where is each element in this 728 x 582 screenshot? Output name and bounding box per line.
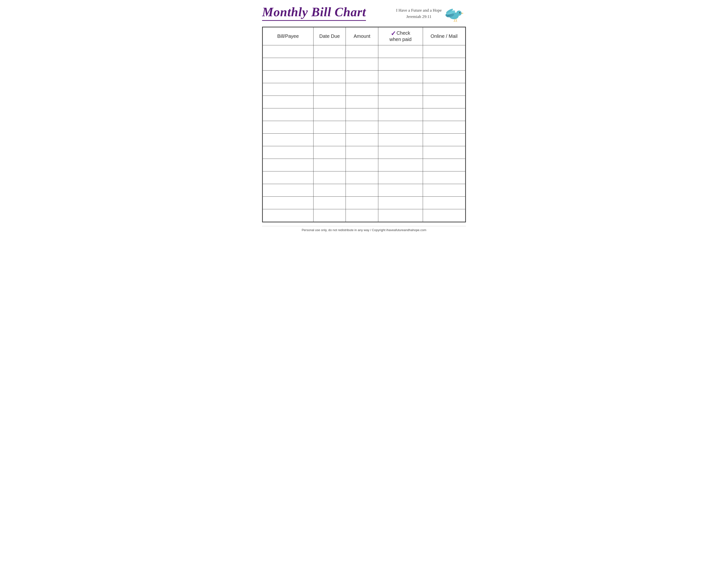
table-cell (346, 58, 378, 71)
table-cell (378, 171, 423, 184)
table-cell (313, 184, 346, 197)
table-cell (423, 96, 465, 108)
check-subtext: when paid (389, 37, 412, 42)
table-cell (378, 184, 423, 197)
table-cell (313, 159, 346, 171)
title-area: Monthly Bill Chart (262, 5, 366, 21)
table-cell (263, 58, 314, 71)
table-cell (313, 83, 346, 96)
table-cell (378, 83, 423, 96)
table-cell (378, 146, 423, 159)
table-cell (423, 197, 465, 209)
svg-line-11 (456, 19, 457, 21)
table-cell (313, 71, 346, 83)
table-cell (423, 108, 465, 121)
svg-point-3 (459, 12, 461, 13)
subtitle-line1: I Have a Future and a Hope (396, 7, 442, 13)
table-cell (313, 58, 346, 71)
table-cell (263, 45, 314, 58)
table-cell (378, 197, 423, 209)
table-cell (423, 58, 465, 71)
table-body (263, 45, 465, 222)
table-cell (313, 209, 346, 222)
table-cell (263, 159, 314, 171)
table-row (263, 197, 465, 209)
table-row (263, 71, 465, 83)
table-row (263, 121, 465, 134)
table-cell (346, 146, 378, 159)
table-cell (423, 83, 465, 96)
page-title: Monthly Bill Chart (262, 5, 366, 21)
col-header-online: Online / Mail (423, 27, 465, 45)
table-cell (313, 197, 346, 209)
col-header-payee: Bill/Payee (263, 27, 314, 45)
col-header-date: Date Due (313, 27, 346, 45)
bird-decoration (444, 5, 466, 22)
table-cell (346, 45, 378, 58)
table-cell (263, 71, 314, 83)
table-cell (346, 197, 378, 209)
table-cell (346, 83, 378, 96)
table-cell (263, 171, 314, 184)
table-cell (423, 121, 465, 134)
table-cell (313, 108, 346, 121)
svg-point-1 (456, 10, 462, 16)
footer: Personal use only, do not redistribute i… (262, 226, 466, 232)
table-cell (263, 209, 314, 222)
table-cell (423, 171, 465, 184)
table-cell (378, 121, 423, 134)
table-cell (423, 45, 465, 58)
table-row (263, 83, 465, 96)
table-cell (378, 134, 423, 146)
svg-line-12 (453, 21, 455, 22)
table-row (263, 184, 465, 197)
table-cell (313, 171, 346, 184)
bill-chart-table: Bill/Payee Date Due Amount ✓ Check when … (263, 27, 465, 222)
table-cell (423, 71, 465, 83)
table-cell (378, 45, 423, 58)
table-cell (423, 159, 465, 171)
table-row (263, 58, 465, 71)
table-cell (346, 209, 378, 222)
table-cell (378, 96, 423, 108)
table-row (263, 146, 465, 159)
col-header-check: ✓ Check when paid (378, 27, 423, 45)
check-text: Check (396, 30, 410, 36)
table-cell (346, 71, 378, 83)
table-row (263, 108, 465, 121)
check-checkmark: ✓ (391, 30, 396, 37)
table-cell (263, 146, 314, 159)
subtitle-line2: Jeremiah 29:11 (396, 13, 442, 20)
table-row (263, 134, 465, 146)
table-cell (313, 96, 346, 108)
table-cell (346, 171, 378, 184)
table-row (263, 159, 465, 171)
table-row (263, 45, 465, 58)
subtitle-area: I Have a Future and a Hope Jeremiah 29:1… (396, 7, 442, 20)
table-cell (263, 108, 314, 121)
table-cell (378, 159, 423, 171)
svg-marker-2 (462, 12, 464, 14)
table-cell (263, 83, 314, 96)
table-cell (423, 184, 465, 197)
table-cell (378, 58, 423, 71)
table-cell (313, 134, 346, 146)
table-cell (346, 159, 378, 171)
table-cell (313, 45, 346, 58)
table-cell (263, 121, 314, 134)
svg-line-14 (456, 21, 457, 22)
table-cell (346, 134, 378, 146)
table-cell (263, 134, 314, 146)
page-header: Monthly Bill Chart I Have a Future and a… (262, 5, 466, 23)
table-cell (346, 108, 378, 121)
table-cell (378, 209, 423, 222)
table-cell (346, 184, 378, 197)
table-cell (423, 209, 465, 222)
table-cell (346, 96, 378, 108)
bill-chart-table-wrapper: Bill/Payee Date Due Amount ✓ Check when … (262, 27, 466, 222)
table-cell (423, 134, 465, 146)
table-cell (263, 96, 314, 108)
table-cell (423, 146, 465, 159)
table-row (263, 171, 465, 184)
table-row (263, 209, 465, 222)
